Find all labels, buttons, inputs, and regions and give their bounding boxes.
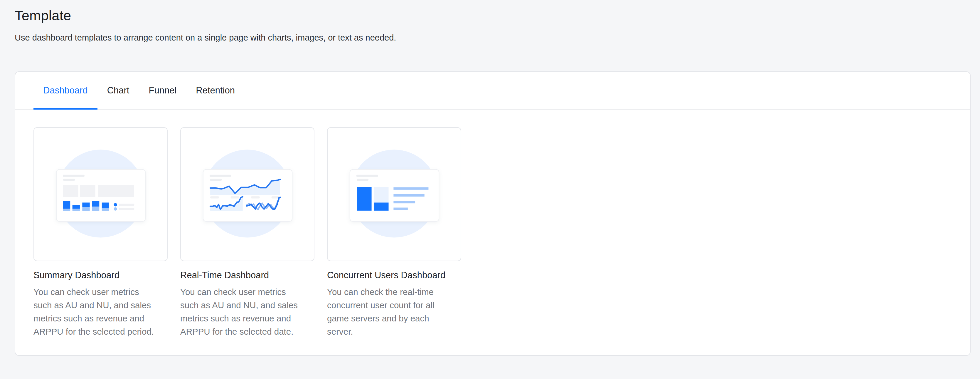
template-card-list: Summary Dashboard You can check user met…	[15, 110, 970, 338]
summary-dashboard-illustration	[34, 128, 167, 261]
page-subtitle: Use dashboard templates to arrange conte…	[15, 33, 396, 43]
template-card-concurrent-users: Concurrent Users Dashboard You can check…	[327, 127, 461, 338]
tab-funnel[interactable]: Funnel	[139, 72, 186, 109]
card-title: Concurrent Users Dashboard	[327, 270, 461, 280]
concurrent-users-dashboard-illustration	[328, 128, 461, 261]
summary-dashboard-thumbnail[interactable]	[33, 127, 168, 261]
tab-retention[interactable]: Retention	[186, 72, 245, 109]
card-title: Summary Dashboard	[33, 270, 168, 280]
template-panel: Dashboard Chart Funnel Retention	[15, 72, 970, 356]
realtime-dashboard-illustration	[181, 128, 314, 261]
realtime-dashboard-thumbnail[interactable]	[180, 127, 315, 261]
tab-chart[interactable]: Chart	[97, 72, 139, 109]
card-description: You can check the real-time concurrent u…	[327, 285, 453, 338]
card-description: You can check user metrics such as AU an…	[33, 285, 160, 338]
tab-dashboard[interactable]: Dashboard	[33, 72, 97, 109]
card-description: You can check user metrics such as AU an…	[180, 285, 307, 338]
card-title: Real-Time Dashboard	[180, 270, 315, 280]
page-title: Template	[15, 8, 396, 24]
template-tabbar: Dashboard Chart Funnel Retention	[15, 72, 970, 110]
concurrent-users-dashboard-thumbnail[interactable]	[327, 127, 461, 261]
page-header: Template Use dashboard templates to arra…	[15, 8, 396, 43]
template-card-realtime: Real-Time Dashboard You can check user m…	[180, 127, 315, 338]
template-card-summary: Summary Dashboard You can check user met…	[33, 127, 168, 338]
